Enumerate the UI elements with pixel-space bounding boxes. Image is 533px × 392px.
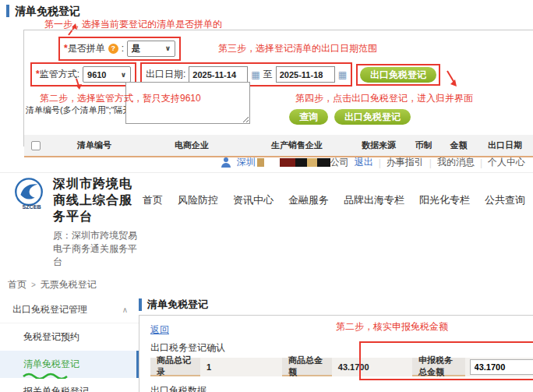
nav-public-query[interactable]: 公共查询 (485, 193, 525, 207)
col-export-date: 出口日期 (476, 135, 533, 157)
help-icon[interactable]: ? (108, 44, 118, 54)
export-taxfree-register-button[interactable]: 出口免税登记 (360, 67, 436, 83)
supervision-date-row: *监管方式: 9610∨ 出口日期: ▦ 至 ▦ 出口免税登记 (30, 62, 533, 87)
merge-row: *是否拼单 ? : 是∨ 第三步，选择登记清单的出口日期范围 (58, 37, 533, 60)
breadcrumb-separator: > (31, 281, 36, 289)
breadcrumb: 首页 > 无票免税登记 (0, 274, 533, 296)
sidebar-item-taxfree-appointment[interactable]: 免税登记预约 (0, 323, 139, 351)
back-link[interactable]: 返回 (150, 324, 169, 335)
col-list-no: 清单编号 (48, 135, 141, 157)
amount-label: 商品总金额 (282, 358, 332, 376)
merge-select[interactable]: 是∨ (127, 41, 175, 57)
calendar-icon[interactable]: ▦ (338, 70, 347, 79)
annotation-step4: 第四步，点击出口免税登记，进入归并界面 (295, 92, 473, 105)
register-button-annotation-box: 出口免税登记 (356, 64, 440, 86)
merge-annotation-box: *是否拼单 ? : 是∨ (58, 37, 181, 61)
content-area: 出口免税登记管理∧ 免税登记预约 清单免税登记 报关单免税登记 免税登记查询∧ … (0, 296, 533, 392)
date-to-input[interactable] (276, 66, 335, 83)
main-content: 清单免税登记 返回 第二步，核实申报免税金额 出口税务登记确认 商品总记录 1 … (139, 296, 533, 392)
col-amount: 金额 (441, 135, 476, 157)
data-section-title: 出口免税数据 (150, 384, 533, 392)
site-subtitle: 原：深圳市跨境贸易电子商务通关服务平台 (53, 229, 143, 269)
redaction-block (317, 158, 330, 167)
arrow-step4-icon (444, 69, 460, 88)
declare-amount-input[interactable] (470, 359, 533, 375)
col-producer-company: 生产销售企业 (242, 135, 351, 157)
company-name: 公司 (280, 156, 349, 169)
sidebar-item-customs-declaration[interactable]: 报关单免税登记 (0, 378, 139, 392)
svg-text:SZCEB: SZCEB (22, 204, 41, 210)
site-title: 深圳市跨境电商线上综合服务平台 (53, 176, 143, 225)
nav-brand[interactable]: 品牌出海专栏 (344, 193, 404, 207)
user-icon (221, 157, 231, 168)
records-value: 1 (200, 358, 282, 376)
export-taxfree-register-button-2[interactable]: 出口免税登记 (334, 109, 411, 125)
redaction-block (257, 158, 264, 167)
annotation-main-step2: 第二步，核实申报免税金额 (336, 320, 448, 334)
main-panel: 返回 第二步，核实申报免税金额 出口税务登记确认 商品总记录 1 商品总金额 4… (139, 315, 533, 392)
supervision-select[interactable]: 9610∨ (83, 66, 131, 83)
personal-center-link[interactable]: 个人中心 (488, 156, 525, 169)
guide-link[interactable]: 办事指引 (387, 156, 424, 169)
messages-link[interactable]: 我的消息 (437, 156, 475, 169)
records-label: 商品总记录 (150, 358, 200, 376)
merge-label: *是否拼单 (64, 42, 105, 55)
top-list-table: 清单编号 电商企业 生产销售企业 数据来源 币制 金额 出口日期 (24, 135, 533, 157)
divider: | (379, 157, 381, 168)
divider: | (480, 157, 482, 168)
redaction-block (280, 158, 295, 167)
chevron-down-icon: ∨ (165, 44, 171, 52)
col-data-source: 数据来源 (351, 135, 406, 157)
declare-label: 申报税务总金额 (412, 358, 465, 376)
sidebar-item-list-taxfree-registration[interactable]: 清单免税登记 (0, 351, 139, 378)
annotation-step2: 第二步，选择监管方式，暂只支持9610 (40, 92, 201, 105)
top-form-panel: *是否拼单 ? : 是∨ 第三步，选择登记清单的出口日期范围 *监管方式: 96… (23, 30, 533, 147)
list-number-label: 清单编号(多个清单用";"隔开): (26, 104, 136, 116)
top-registration-section: 清单免税登记 第一步，选择当前要登记的清单是否拼单的 *是否拼单 ? : 是∨ … (0, 0, 533, 151)
breadcrumb-current: 无票免税登记 (41, 278, 97, 291)
supervision-label: *监管方式: (36, 68, 79, 81)
export-date-label: 出口日期: (146, 68, 185, 81)
supervision-annotation-box: *监管方式: 9610∨ (30, 62, 136, 87)
redaction-block (307, 158, 317, 167)
top-action-buttons: 查询 出口免税登记 (289, 109, 411, 125)
chevron-up-icon: ∧ (122, 305, 128, 314)
top-section-title: 清单免税登记 (6, 5, 80, 17)
site-header: SZCEB 深圳市跨境电商线上综合服务平台 原：深圳市跨境贸易电子商务通关服务平… (0, 173, 533, 274)
nav-risk[interactable]: 风险防控 (178, 193, 218, 207)
amount-value: 43.1700 (332, 358, 412, 376)
query-button[interactable]: 查询 (289, 109, 328, 125)
calendar-icon[interactable]: ▦ (251, 70, 259, 79)
col-ecommerce-company: 电商企业 (141, 135, 242, 157)
nav-finance[interactable]: 金融服务 (288, 193, 329, 207)
szceb-logo-icon: SZCEB (11, 176, 47, 212)
merge-colon: : (122, 43, 124, 54)
nav-sunshine[interactable]: 阳光化专栏 (419, 193, 470, 207)
nav-news[interactable]: 资讯中心 (233, 193, 274, 207)
declare-amount-group: 申报税务总金额 (412, 358, 533, 376)
list-number-row: 第二步，选择监管方式，暂只支持9610 清单编号(多个清单用";"隔开): 第四… (24, 89, 533, 131)
main-nav: 首页 风险防控 资讯中心 金融服务 品牌出海专栏 阳光化专栏 公共查询 (143, 193, 525, 207)
select-all-checkbox[interactable] (31, 141, 41, 150)
main-section-title: 清单免税登记 (139, 298, 533, 311)
date-from-input[interactable] (189, 66, 248, 83)
date-to-word: 至 (263, 68, 273, 81)
sidebar-group-registration[interactable]: 出口免税登记管理∧ (0, 296, 139, 323)
user-name: 深圳 (237, 156, 256, 169)
logout-link[interactable]: 退出 (355, 156, 373, 169)
col-currency: 币制 (406, 135, 441, 157)
sidebar: 出口免税登记管理∧ 免税登记预约 清单免税登记 报关单免税登记 免税登记查询∧ … (0, 296, 139, 392)
annotation-step3: 第三步，选择登记清单的出口日期范围 (218, 42, 377, 55)
stats-bar: 商品总记录 1 商品总金额 43.1700 申报税务总金额 清单总数 1 (150, 358, 533, 376)
breadcrumb-home[interactable]: 首页 (8, 278, 26, 291)
top-table-header-row: 清单编号 电商企业 生产销售企业 数据来源 币制 金额 出口日期 (24, 135, 533, 157)
site-titles: 深圳市跨境电商线上综合服务平台 原：深圳市跨境贸易电子商务通关服务平台 (53, 176, 143, 269)
divider: | (429, 157, 432, 168)
chevron-down-icon: ∨ (121, 71, 126, 79)
platform-page: 深圳 公司 退出 | 办事指引 | 我的消息 | 个人中心 SZCEB 深圳市跨… (0, 153, 533, 392)
page: 清单免税登记 第一步，选择当前要登记的清单是否拼单的 *是否拼单 ? : 是∨ … (0, 0, 533, 392)
nav-home[interactable]: 首页 (143, 193, 163, 207)
confirm-title: 出口税务登记确认 (150, 341, 533, 355)
redaction-block (295, 158, 307, 167)
